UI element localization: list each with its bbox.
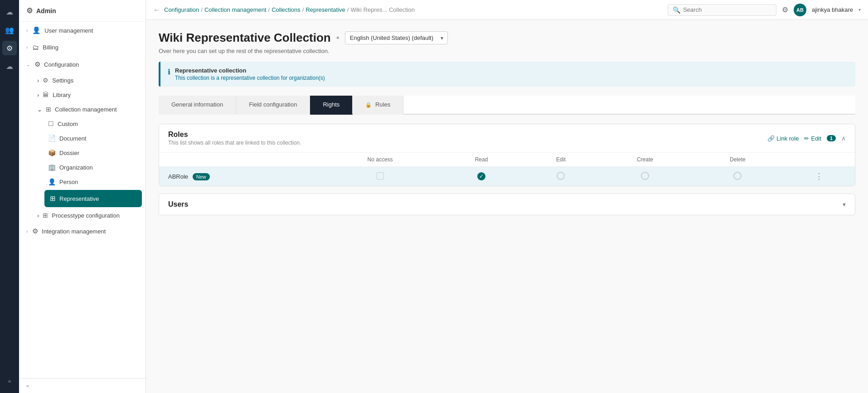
sidebar-item-person[interactable]: 👤 Person [41, 175, 145, 189]
tab-general-information[interactable]: General information [159, 96, 236, 115]
breadcrumb-configuration[interactable]: Configuration [164, 6, 199, 13]
user-icon: 👤 [32, 26, 41, 34]
col-no-access: No access [321, 153, 439, 167]
sidebar-item-label: Integration management [42, 228, 106, 235]
sidebar-child-label: Settings [52, 77, 73, 84]
sidebar-item-settings[interactable]: › ⚙ Settings [30, 73, 145, 87]
topbar-right: 🔍 ⚙ AB ajinkya bhakare ▾ [668, 4, 861, 16]
sidebar-child-label: Person [59, 179, 78, 185]
breadcrumb-collections[interactable]: Collections [272, 6, 301, 13]
sidebar-item-representative[interactable]: ⊞ Representative [44, 190, 142, 207]
new-badge: New [193, 173, 210, 180]
breadcrumb-sep: / [268, 6, 270, 13]
roles-section-header: Roles This list shows all roles that are… [159, 124, 855, 152]
delete-cell[interactable] [692, 167, 784, 186]
sidebar-child-label: Custom [58, 121, 78, 127]
roles-title-area: Roles This list shows all roles that are… [168, 131, 301, 146]
read-radio-checked[interactable]: ✓ [477, 172, 485, 180]
chevron-icon: › [37, 92, 39, 98]
read-cell[interactable]: ✓ [439, 167, 524, 186]
sidebar-item-library[interactable]: › 🏛 Library [30, 87, 145, 102]
collapse-icon[interactable]: « [2, 374, 17, 388]
sidebar-item-label: Representative [59, 195, 99, 202]
edit-button[interactable]: ✏ Edit [804, 135, 821, 142]
delete-radio-empty[interactable] [733, 172, 742, 180]
tab-rules[interactable]: 🔒 Rules [353, 96, 403, 115]
sidebar-child-label: Document [59, 135, 86, 142]
user-chevron-icon[interactable]: ▾ [858, 7, 861, 12]
info-icon: ℹ [168, 68, 170, 76]
roles-subtitle: This list shows all roles that are linke… [168, 140, 301, 146]
tab-field-configuration[interactable]: Field configuration [236, 96, 310, 115]
sidebar-item-integration[interactable]: › ⚙ Integration management [19, 223, 145, 240]
role-name: ABRole [168, 173, 188, 180]
people-icon[interactable]: 👥 [2, 23, 17, 37]
breadcrumb-representative[interactable]: Representative [305, 6, 345, 13]
users-section-header: Users ▾ [159, 194, 855, 215]
users-section: Users ▾ [159, 194, 855, 215]
page-title: Wiki Representative Collection [159, 31, 331, 45]
page-content: Wiki Representative Collection • English… [146, 20, 868, 393]
edit-cell[interactable] [524, 167, 598, 186]
search-box[interactable]: 🔍 [668, 4, 776, 16]
gear-settings-icon[interactable]: ⚙ [782, 5, 788, 14]
table-header-row: No access Read Edit Create Delete [159, 153, 855, 167]
chevron-icon: › [37, 212, 39, 219]
expand-hint: « [26, 383, 29, 388]
sidebar-item-processtype[interactable]: › ⊞ Processtype configuration [30, 208, 145, 223]
chevron-down-icon: ⌄ [26, 62, 30, 67]
sidebar-item-dossier[interactable]: 📦 Dossier [41, 146, 145, 160]
col-name [159, 153, 321, 167]
topbar: ← Configuration / Collection management … [146, 0, 868, 20]
language-selector-wrap[interactable]: English (United States) (default) [345, 31, 448, 44]
sidebar-item-document[interactable]: 📄 Document [41, 131, 145, 146]
sidebar-item-billing[interactable]: › 🗂 Billing [19, 39, 145, 56]
language-select[interactable]: English (United States) (default) [345, 31, 448, 44]
home-icon[interactable]: ☁ [2, 5, 17, 19]
sidebar: ⚙ Admin › 👤 User management › 🗂 Billing … [19, 0, 146, 393]
search-input[interactable] [683, 6, 771, 13]
no-access-checkbox[interactable] [377, 172, 384, 180]
collapse-users-button[interactable]: ▾ [843, 201, 846, 208]
sidebar-item-collection-management[interactable]: ⌄ ⊞ Collection management [30, 102, 145, 116]
sidebar-item-configuration[interactable]: ⌄ ⚙ Configuration [19, 56, 145, 73]
col-read: Read [439, 153, 524, 167]
col-delete: Delete [692, 153, 784, 167]
edit-radio-empty[interactable] [557, 172, 565, 180]
back-button[interactable]: ← [153, 6, 160, 14]
link-icon: 🔗 [767, 135, 775, 142]
no-access-cell[interactable] [321, 167, 439, 186]
create-radio-empty[interactable] [641, 172, 649, 180]
create-cell[interactable] [598, 167, 692, 186]
link-role-button[interactable]: 🔗 Link role [767, 135, 799, 142]
sidebar-child-label: Organization [59, 164, 93, 171]
main-area: ← Configuration / Collection management … [146, 0, 868, 393]
sidebar-item-label: User management [44, 27, 93, 34]
tab-label: General information [171, 101, 223, 108]
breadcrumb-collection-management[interactable]: Collection management [204, 6, 267, 13]
configuration-children: › ⚙ Settings › 🏛 Library ⌄ ⊞ Collection … [19, 73, 145, 223]
sidebar-item-organization[interactable]: 🏢 Organization [41, 160, 145, 175]
sidebar-header: ⚙ Admin [19, 0, 145, 22]
more-cell[interactable]: ⋮ [784, 167, 855, 186]
sidebar-bottom: « [19, 378, 145, 393]
collapse-roles-button[interactable]: ∧ [841, 135, 846, 142]
settings-icon[interactable]: ⚙ [2, 41, 17, 55]
cloud-icon[interactable]: ☁ [2, 59, 17, 73]
tab-rights[interactable]: Rights [310, 96, 353, 115]
sidebar-child-label: Processtype configuration [52, 212, 120, 219]
search-icon: 🔍 [673, 6, 680, 14]
sidebar-child-label: Library [53, 92, 71, 98]
sidebar-item-label: Configuration [44, 61, 79, 68]
roles-table: No access Read Edit Create Delete ABRole… [159, 152, 855, 186]
sidebar-item-custom[interactable]: ☐ Custom [41, 116, 145, 131]
more-button[interactable]: ⋮ [815, 172, 823, 181]
breadcrumb-sep: / [201, 6, 203, 13]
col-more [784, 153, 855, 167]
sidebar-child-label: Collection management [55, 106, 117, 113]
chevron-icon: › [26, 229, 28, 234]
sidebar-item-user-management[interactable]: › 👤 User management [19, 22, 145, 39]
billing-icon: 🗂 [32, 44, 39, 51]
edit-label: Edit [811, 135, 821, 142]
title-dot: • [336, 33, 339, 43]
